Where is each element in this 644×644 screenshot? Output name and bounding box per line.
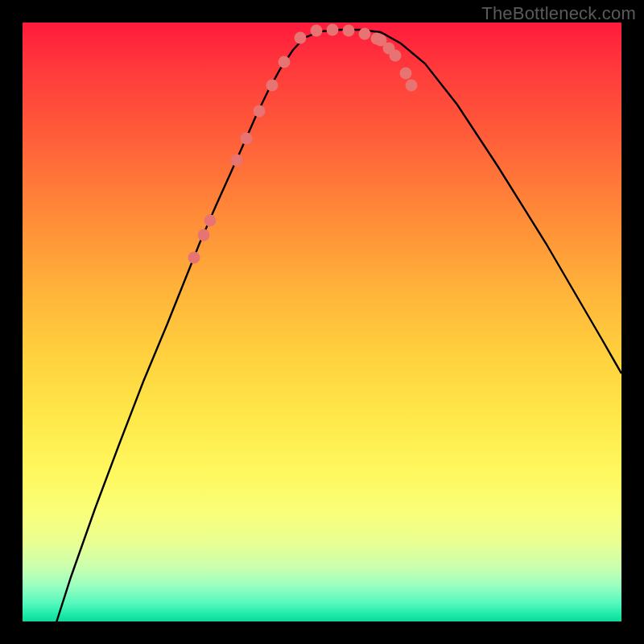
data-point-marker [400, 68, 412, 80]
data-point-marker [188, 252, 200, 264]
data-point-marker [231, 155, 243, 167]
bottleneck-curve [23, 23, 621, 621]
data-point-marker [311, 25, 323, 37]
data-point-marker [406, 80, 418, 92]
data-point-marker [295, 32, 307, 44]
data-point-marker [266, 80, 279, 92]
data-point-marker [390, 50, 402, 62]
data-point-marker [279, 56, 291, 68]
chart-frame: TheBottleneck.com [0, 0, 644, 644]
data-point-marker [204, 215, 217, 227]
watermark-text: TheBottleneck.com [481, 3, 636, 24]
data-point-marker [254, 105, 266, 118]
data-point-marker [198, 229, 210, 242]
data-point-marker [359, 28, 371, 40]
plot-area [23, 23, 621, 621]
data-point-marker [241, 133, 253, 145]
data-point-marker [343, 25, 355, 37]
data-point-marker [327, 24, 339, 36]
